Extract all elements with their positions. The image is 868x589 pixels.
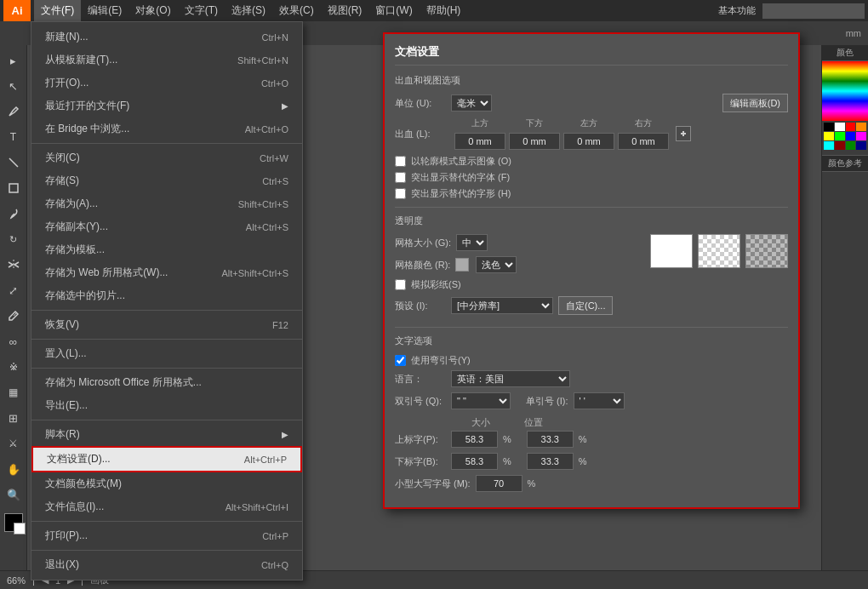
menu-new[interactable]: 新建(N)... Ctrl+N — [31, 26, 302, 49]
tool-direct-select[interactable]: ↖ — [2, 74, 26, 98]
subscript-row: 下标字(B): % % — [395, 453, 788, 470]
superscript-size-input[interactable] — [451, 431, 498, 448]
swatch-green[interactable] — [835, 132, 845, 140]
swatch-darkblue[interactable] — [856, 141, 866, 150]
checkbox-outline-input[interactable] — [395, 156, 406, 167]
tool-line[interactable] — [2, 151, 26, 174]
menu-object[interactable]: 对象(O) — [128, 0, 177, 21]
unit-select[interactable]: 毫米 像素 厘米 — [451, 94, 492, 112]
superscript-pos-input[interactable] — [527, 431, 574, 448]
tool-zoom[interactable]: 🔍 — [2, 483, 26, 506]
double-quote-select[interactable]: " " — [451, 392, 511, 409]
search-input[interactable] — [762, 3, 865, 19]
menu-window[interactable]: 窗口(W) — [368, 0, 419, 21]
tool-select[interactable]: ▸ — [2, 49, 26, 72]
use-quotes-label: 使用弯引号(Y) — [411, 354, 471, 367]
swatch-cyan[interactable] — [824, 141, 834, 150]
bleed-bottom-input[interactable] — [509, 133, 560, 150]
menu-save-office[interactable]: 存储为 Microsoft Office 所用格式... — [31, 371, 302, 394]
checkbox-font-input[interactable] — [395, 172, 406, 183]
custom-btn[interactable]: 自定(C)... — [558, 296, 613, 315]
menu-document-settings[interactable]: 文档设置(D)... Alt+Ctrl+P — [31, 446, 302, 472]
subscript-pos-input[interactable] — [527, 453, 574, 470]
edit-canvas-btn[interactable]: 编辑画板(D) — [722, 94, 788, 112]
checkbox-glyph-label: 突出显示替代的字形 (H) — [411, 187, 511, 200]
tool-blend[interactable]: ∞ — [2, 329, 26, 353]
single-quote-select[interactable]: ' ' — [574, 392, 625, 409]
language-select[interactable]: 英语：美国 中文：简体 — [451, 370, 570, 387]
menu-type[interactable]: 文字(T) — [178, 0, 225, 21]
checkboxes-container: 以轮廓模式显示图像 (O) 突出显示替代的字体 (F) 突出显示替代的字形 (H… — [395, 155, 788, 200]
tool-graph[interactable]: ▦ — [2, 380, 26, 404]
swatch-yellow[interactable] — [824, 132, 834, 140]
smallcaps-input[interactable] — [476, 475, 523, 492]
menu-file[interactable]: 文件(F) — [34, 0, 81, 21]
swatch-white[interactable] — [835, 123, 845, 131]
swatch-darkgreen[interactable] — [846, 141, 856, 150]
divider-2 — [395, 327, 788, 328]
menu-help[interactable]: 帮助(H) — [420, 0, 468, 21]
tool-pen[interactable] — [2, 100, 26, 123]
menu-save-copy[interactable]: 存储副本(Y)... Alt+Ctrl+S — [31, 215, 302, 238]
menu-print[interactable]: 打印(P)... Ctrl+P — [31, 524, 302, 547]
checkbox-glyph-input[interactable] — [395, 188, 406, 199]
tool-slice[interactable]: ⚔ — [2, 432, 26, 455]
swatch-black[interactable] — [824, 123, 834, 131]
swatch-darkred[interactable] — [835, 141, 845, 150]
menu-view[interactable]: 视图(R) — [321, 0, 369, 21]
menu-color-mode[interactable]: 文档颜色模式(M) — [31, 472, 302, 495]
script-size-container: 大小 位置 上标字(P): % % 下标字(B): % % 小型大写字母 (M)… — [395, 416, 788, 492]
tool-type[interactable]: T — [2, 125, 26, 149]
menu-save-template[interactable]: 存储为模板... — [31, 238, 302, 261]
menu-quit[interactable]: 退出(X) Ctrl+Q — [31, 553, 302, 576]
grid-color-select[interactable]: 浅色 中 暗色 — [476, 256, 517, 273]
bleed-left-input[interactable] — [563, 133, 614, 150]
menu-close[interactable]: 关闭(C) Ctrl+W — [31, 146, 302, 169]
bleed-top-input[interactable] — [454, 133, 505, 150]
tool-rotate[interactable]: ↻ — [2, 227, 26, 251]
simulate-paper-row: 模拟彩纸(S) — [395, 278, 633, 291]
menu-scripts[interactable]: 脚本(R) ▶ — [31, 423, 302, 446]
tool-brush[interactable] — [2, 202, 26, 226]
grid-size-select[interactable]: 中 小 大 — [456, 234, 488, 251]
tool-scale[interactable]: ⤢ — [2, 278, 26, 302]
menu-file-info[interactable]: 文件信息(I)... Alt+Shift+Ctrl+I — [31, 495, 302, 518]
color-spectrum[interactable] — [822, 61, 868, 121]
link-icon[interactable] — [676, 126, 691, 141]
use-quotes-input[interactable] — [395, 355, 406, 366]
tool-hand[interactable]: ✋ — [2, 457, 26, 481]
tool-artboard[interactable]: ⊞ — [2, 406, 26, 430]
menu-revert[interactable]: 恢复(V) F12 — [31, 313, 302, 336]
menu-edit[interactable]: 编辑(E) — [81, 0, 128, 21]
swatch-orange[interactable] — [856, 123, 866, 131]
menu-open[interactable]: 打开(O)... Ctrl+O — [31, 71, 302, 94]
menu-save[interactable]: 存储(S) Ctrl+S — [31, 169, 302, 192]
menu-effect[interactable]: 效果(C) — [272, 0, 321, 21]
subscript-size-input[interactable] — [451, 453, 498, 470]
divider-1 — [395, 207, 788, 208]
menu-recent[interactable]: 最近打开的文件(F) ▶ — [31, 94, 302, 117]
preset-select[interactable]: [中分辨率] [高分辨率] [低分辨率] — [451, 297, 553, 314]
menu-save-as[interactable]: 存储为(A)... Shift+Ctrl+S — [31, 192, 302, 215]
tool-symbol[interactable]: ※ — [2, 355, 26, 379]
swatch-blue[interactable] — [846, 132, 856, 140]
svg-line-0 — [9, 158, 18, 167]
tool-mirror[interactable] — [2, 253, 26, 277]
menu-new-template[interactable]: 从模板新建(T)... Shift+Ctrl+N — [31, 49, 302, 71]
bleed-right-input[interactable] — [618, 133, 669, 150]
menu-place[interactable]: 置入(L)... — [31, 342, 302, 365]
simulate-paper-input[interactable] — [395, 279, 406, 290]
menu-export[interactable]: 导出(E)... — [31, 394, 302, 417]
fill-color[interactable] — [4, 513, 23, 532]
swatch-red[interactable] — [846, 123, 856, 131]
menu-save-slices[interactable]: 存储选中的切片... — [31, 284, 302, 307]
toolbar-mm: mm — [846, 28, 861, 38]
tool-eyedropper[interactable] — [2, 304, 26, 328]
tool-rect[interactable] — [2, 176, 26, 200]
size-col-header: 大小 — [471, 416, 490, 429]
menu-select[interactable]: 选择(S) — [225, 0, 272, 21]
zoom-level[interactable]: 66% — [7, 575, 26, 586]
menu-bridge[interactable]: 在 Bridge 中浏览... Alt+Ctrl+O — [31, 117, 302, 140]
menu-save-web[interactable]: 存储为 Web 所用格式(W)... Alt+Shift+Ctrl+S — [31, 261, 302, 284]
swatch-magenta[interactable] — [856, 132, 866, 140]
